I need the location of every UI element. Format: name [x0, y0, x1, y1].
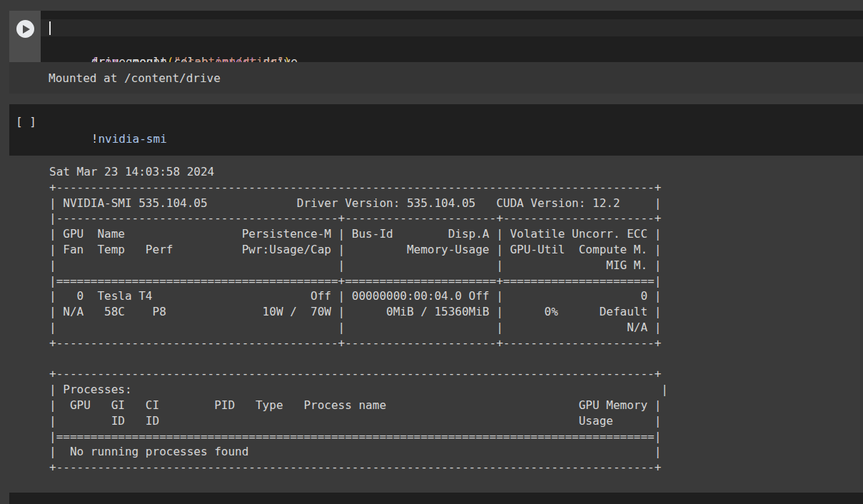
code-token: nvidia-smi: [98, 132, 166, 146]
code-cell-2: [ ] !nvidia-smi: [9, 104, 863, 156]
play-icon: [23, 25, 30, 34]
cell-run-gutter: [9, 11, 41, 62]
code-cell-1: from google.colab import drive drive.mou…: [9, 11, 863, 62]
next-cell-partial[interactable]: [9, 493, 863, 504]
code-text: !nvidia-smi: [91, 132, 167, 146]
cell-2-output-nvidia-smi: Sat Mar 23 14:03:58 2024 +--------------…: [49, 164, 668, 475]
cell-1-output-area: Mounted at /content/drive: [9, 62, 863, 94]
code-token: !: [91, 132, 99, 146]
code-line-2: drive.mount("/content/drive"): [41, 36, 863, 54]
run-cell-button[interactable]: [16, 20, 34, 38]
code-editor-1[interactable]: from google.colab import drive drive.mou…: [41, 11, 863, 62]
text-cursor: [49, 21, 51, 35]
code-line-1: !nvidia-smi: [50, 114, 863, 131]
code-editor-2[interactable]: !nvidia-smi: [50, 104, 863, 156]
cell-2-run-prompt[interactable]: [ ]: [16, 114, 36, 131]
cell-1-output-text: Mounted at /content/drive: [49, 71, 221, 85]
code-line-1: from google.colab import drive: [41, 19, 863, 36]
